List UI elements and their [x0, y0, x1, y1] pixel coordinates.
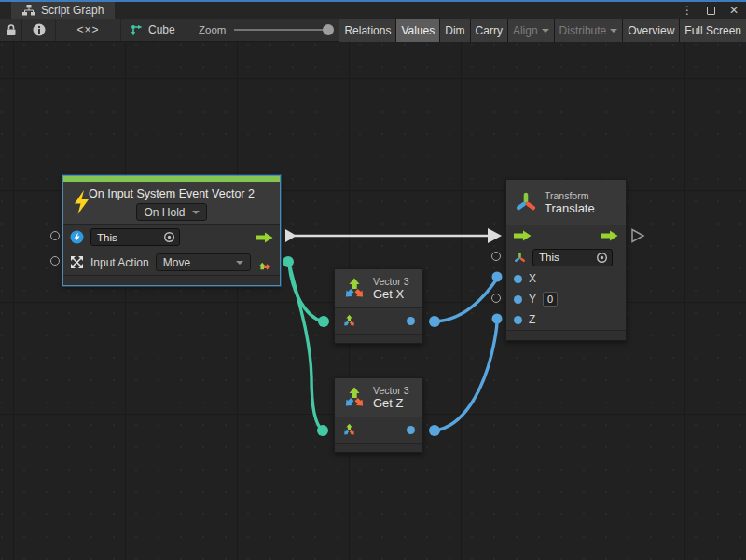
toolbar-button-overview[interactable]: Overview [623, 19, 679, 42]
x-port-dot[interactable] [514, 275, 522, 283]
object-picker-icon[interactable] [596, 252, 608, 264]
chevron-down-icon [542, 29, 549, 33]
node-transform-translate[interactable]: Transform Translate [505, 179, 627, 341]
getz-category: Vector 3 [373, 385, 409, 396]
translate-z-input-port[interactable] [492, 314, 503, 324]
y-port-dot[interactable] [514, 295, 522, 304]
translate-target-input-port[interactable] [491, 252, 501, 261]
node-get-x[interactable]: Vector 3 Get X [334, 268, 423, 344]
vector3-type-icon [342, 314, 356, 328]
flow-arrow-icon[interactable] [256, 232, 273, 243]
toolbar-button-align[interactable]: Align [508, 19, 554, 42]
transform-type-icon [514, 252, 526, 264]
graph-name: Cube [148, 23, 175, 36]
window-controls: ⋮ ✕ [682, 2, 739, 19]
translate-name: Translate [545, 201, 595, 215]
event-icon [70, 230, 84, 244]
translate-x-row: X [506, 268, 626, 289]
getz-output-wire-end[interactable] [429, 425, 440, 436]
vector3-type-icon [342, 423, 356, 437]
event-target-input-port[interactable] [50, 231, 60, 240]
event-node-body: This [63, 224, 280, 275]
x-label: X [529, 272, 536, 285]
translate-y-input-port[interactable] [491, 294, 501, 303]
chevron-down-icon [192, 211, 200, 214]
toolbar-button-group: Relations Values Dim Carry Align Distrib… [339, 19, 746, 42]
input-action-icon [70, 255, 84, 269]
vector2-output-port[interactable] [283, 256, 294, 267]
z-label: Z [529, 313, 535, 326]
getz-output-port[interactable] [407, 426, 415, 434]
code-view-button[interactable]: <×> [56, 19, 121, 41]
toolbar: <×> Cube Zoom 1x Relations Values Dim Ca… [0, 19, 746, 42]
getx-output-port[interactable] [407, 317, 415, 325]
transform-icon [515, 191, 537, 213]
vector3-icon [342, 277, 366, 301]
wire-vector2-to-getz [289, 264, 323, 430]
event-node-title: On Input System Event Vector 2 [63, 187, 280, 200]
translate-body: This X Y 0 [506, 225, 626, 330]
toolbar-button-dim[interactable]: Dim [440, 19, 469, 42]
getx-output-wire-end[interactable] [429, 316, 440, 327]
translate-x-input-port[interactable] [492, 272, 503, 282]
info-button[interactable] [22, 19, 56, 41]
tab-bar: Script Graph ⋮ ✕ [0, 2, 746, 19]
toolbar-button-carry[interactable]: Carry [471, 19, 507, 42]
flow-arrow-out-icon[interactable] [601, 230, 618, 241]
toolbar-button-values[interactable]: Values [396, 19, 439, 42]
event-action-input-port[interactable] [50, 256, 60, 266]
getz-header: Vector 3 Get Z [335, 378, 422, 417]
wire-getz-to-translate-z [435, 321, 497, 430]
toolbar-button-relations[interactable]: Relations [339, 19, 395, 42]
translate-z-row: Z [506, 309, 626, 330]
graph-breadcrumb[interactable]: Cube [131, 19, 175, 41]
flow-output-port-triangle [285, 229, 297, 242]
window-menu-icon[interactable]: ⋮ [682, 2, 693, 19]
getx-input-port[interactable] [318, 316, 329, 327]
translate-flow-row [506, 225, 626, 246]
input-action-label: Input Action [90, 256, 149, 269]
event-action-row: Input Action Move [63, 250, 280, 275]
info-icon [33, 23, 46, 36]
flow-arrow-in-icon[interactable] [514, 230, 532, 241]
getx-header: Vector 3 Get X [335, 269, 422, 307]
toolbar-button-distribute[interactable]: Distribute [555, 19, 623, 42]
graph-hierarchy-icon [22, 5, 35, 16]
event-node-header: On Input System Event Vector 2 On Hold [63, 182, 280, 224]
z-port-dot[interactable] [514, 316, 522, 324]
translate-target-field[interactable]: This [532, 249, 613, 266]
graph-icon [131, 24, 143, 36]
y-label: Y [529, 293, 536, 306]
window-close-icon[interactable]: ✕ [729, 2, 739, 19]
tab-label: Script Graph [41, 4, 104, 17]
zoom-slider[interactable] [234, 29, 331, 31]
wire-vector2-to-getx [289, 264, 323, 321]
translate-category: Transform [545, 190, 595, 201]
node-on-input-system-event[interactable]: On Input System Event Vector 2 On Hold T… [62, 175, 281, 286]
flow-output-port-empty[interactable] [632, 230, 643, 242]
chevron-down-icon [236, 261, 243, 265]
vector2-type-icon [257, 254, 273, 270]
event-mode-dropdown[interactable]: On Hold [136, 203, 206, 221]
object-picker-icon[interactable] [163, 231, 175, 243]
tab-script-graph[interactable]: Script Graph [11, 2, 115, 19]
getx-category: Vector 3 [373, 276, 409, 287]
wire-getx-to-translate-x [435, 279, 497, 321]
translate-footer [506, 330, 626, 340]
getz-name: Get Z [373, 396, 409, 410]
zoom-slider-handle[interactable] [323, 24, 334, 35]
node-get-z[interactable]: Vector 3 Get Z [334, 377, 423, 453]
chevron-down-icon [610, 29, 617, 33]
lock-button[interactable] [0, 19, 22, 41]
window-maximize-icon[interactable] [707, 7, 715, 15]
graph-canvas[interactable]: On Input System Event Vector 2 On Hold T… [0, 42, 746, 560]
zoom-label: Zoom [199, 24, 226, 35]
input-action-dropdown[interactable]: Move [156, 253, 251, 271]
lightning-bolt-icon [73, 190, 90, 214]
script-graph-window: Script Graph ⋮ ✕ <×> [0, 0, 746, 560]
translate-target-row: This [506, 246, 626, 268]
getz-input-port[interactable] [317, 425, 328, 436]
y-value-input[interactable]: 0 [543, 292, 558, 307]
toolbar-button-fullscreen[interactable]: Full Screen [680, 19, 746, 42]
event-target-field[interactable]: This [90, 228, 180, 246]
